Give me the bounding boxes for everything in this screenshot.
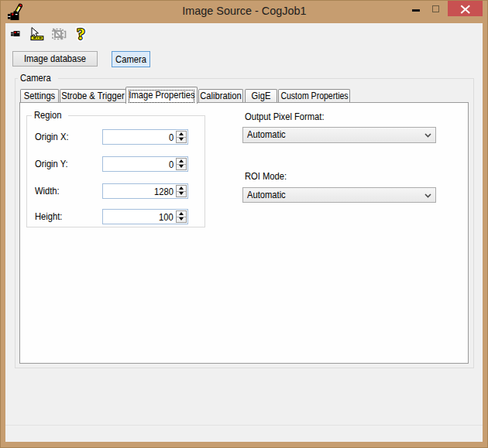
svg-text:?: ?: [77, 26, 85, 43]
